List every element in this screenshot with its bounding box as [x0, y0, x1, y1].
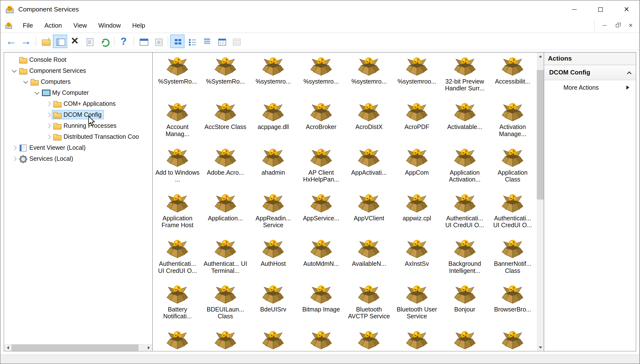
dcom-component-item[interactable]: Battery Notificati...	[154, 282, 201, 327]
minimize-button[interactable]	[561, 0, 588, 18]
horizontal-scrollbar-thumb[interactable]	[12, 344, 138, 351]
tree-item-computers[interactable]: Computers	[4, 76, 152, 87]
refresh-button[interactable]	[97, 35, 111, 48]
dcom-component-item[interactable]: AppActivati...	[345, 145, 393, 190]
dcom-component-item[interactable]: 32-bit Preview Handler Surr...	[441, 54, 489, 100]
dcom-component-item[interactable]: AcroDistX	[345, 100, 393, 145]
scroll-right-arrow-icon[interactable]	[146, 344, 152, 351]
export-list-button[interactable]	[82, 35, 96, 48]
dcom-component-item[interactable]: AxInstSv	[393, 236, 441, 282]
dcom-component-item[interactable]: Bluetooth User Service	[393, 282, 441, 327]
dcom-component-item[interactable]	[249, 327, 297, 351]
dcom-component-item[interactable]: BDEUILaun... Class	[201, 282, 249, 327]
dcom-component-item[interactable]: BdeUISrv	[249, 282, 297, 327]
dcom-component-item[interactable]: %SystemRo...	[201, 54, 249, 100]
dcom-component-item[interactable]: Accessibilit...	[489, 54, 537, 100]
dcom-component-item[interactable]: AppVClient	[345, 190, 393, 236]
menu-action[interactable]: Action	[38, 18, 68, 32]
dcom-component-item[interactable]	[441, 327, 489, 351]
dcom-component-item[interactable]: Activation Manage...	[489, 100, 537, 145]
expander-chevron-icon[interactable]	[22, 78, 29, 85]
dcom-component-item[interactable]: AppCom	[393, 145, 441, 190]
back-button[interactable]	[4, 35, 18, 48]
dcom-component-item[interactable]: Application Class	[489, 145, 537, 190]
dcom-component-item[interactable]: Authenticati... UI CredUI O...	[489, 190, 537, 236]
tree-item-com-plus-applications[interactable]: COM+ Applications	[4, 98, 152, 109]
dcom-component-item[interactable]: %systemro...	[249, 54, 297, 100]
dcom-component-item[interactable]: %SystemRo...	[154, 54, 201, 100]
expander-chevron-icon[interactable]	[45, 111, 52, 118]
expander-chevron-icon[interactable]	[10, 155, 17, 162]
dcom-component-item[interactable]: Bluetooth AVCTP Service	[345, 282, 393, 327]
dcom-component-item[interactable]: Add to Windows ...	[154, 145, 201, 190]
dcom-component-item[interactable]: Bonjour	[441, 282, 489, 327]
expander-chevron-icon[interactable]	[34, 89, 40, 96]
scroll-left-arrow-icon[interactable]	[4, 344, 11, 351]
dcom-component-item[interactable]: Account Manag...	[154, 100, 201, 145]
dcom-component-item[interactable]: AcroPDF	[393, 100, 441, 145]
tree-item-running-processes[interactable]: Running Processes	[4, 120, 152, 131]
dcom-component-item[interactable]: Authenticat... UI Terminal...	[201, 236, 249, 282]
dcom-component-item[interactable]: Background Intelligent...	[441, 236, 489, 282]
dcom-component-item[interactable]: Activatable...	[441, 100, 489, 145]
tree-item-distributed-transaction-coordinator[interactable]: Distributed Transaction Coo	[4, 131, 152, 142]
dcom-component-item[interactable]: AcroBroker	[297, 100, 345, 145]
collapse-chevron-icon[interactable]	[627, 71, 632, 76]
dcom-component-item[interactable]: acppage.dll	[249, 100, 297, 145]
dcom-component-item[interactable]: AvailableN...	[345, 236, 393, 282]
dcom-component-item[interactable]	[393, 327, 441, 351]
dcom-component-item[interactable]: Authenticati... UI CredUI O...	[154, 236, 201, 282]
expander-chevron-icon[interactable]	[45, 122, 52, 129]
dcom-component-item[interactable]: Application Frame Host	[154, 190, 201, 236]
close-button[interactable]: ×	[614, 0, 640, 18]
dcom-component-item[interactable]: AccStore Class	[201, 100, 249, 145]
more-actions-item[interactable]: More Actions	[544, 80, 636, 94]
dcom-component-item[interactable]	[297, 327, 345, 351]
tree-horizontal-scrollbar[interactable]	[4, 344, 152, 351]
details-view-button[interactable]	[214, 35, 228, 48]
icons-view-button[interactable]	[170, 35, 184, 48]
menu-view[interactable]: View	[68, 18, 92, 32]
menu-help[interactable]: Help	[126, 18, 151, 32]
mdi-restore-button[interactable]	[612, 21, 624, 30]
taskpad-button[interactable]	[151, 35, 165, 48]
dcom-component-item[interactable]: Bitmap Image	[297, 282, 345, 327]
forward-button[interactable]	[19, 35, 33, 48]
customize-view-button[interactable]	[229, 35, 243, 48]
dcom-component-item[interactable]: %systemro...	[345, 54, 393, 100]
dcom-component-item[interactable]: AP Client HxHelpPan...	[297, 145, 345, 190]
dcom-component-item[interactable]: Application...	[201, 190, 249, 236]
small-icons-view-button[interactable]	[185, 35, 199, 48]
show-console-tree-button[interactable]	[53, 35, 67, 48]
dcom-component-item[interactable]	[154, 327, 201, 351]
properties-button[interactable]	[136, 35, 150, 48]
tree-item-console-root[interactable]: Console Root	[4, 54, 152, 65]
dcom-component-item[interactable]: BrowserBro...	[489, 282, 537, 327]
delete-button[interactable]	[68, 35, 82, 48]
up-one-level-button[interactable]	[38, 35, 52, 48]
tree-item-event-viewer[interactable]: Event Viewer (Local)	[4, 142, 152, 153]
actions-section-dcom-config[interactable]: DCOM Config	[544, 65, 636, 80]
dcom-component-item[interactable]: Authenticati... UI CredUI O...	[441, 190, 489, 236]
dcom-component-item[interactable]: AuthHost	[249, 236, 297, 282]
dcom-component-item[interactable]: appwiz.cpl	[393, 190, 441, 236]
dcom-component-item[interactable]	[201, 327, 249, 351]
dcom-component-item[interactable]	[489, 327, 537, 351]
dcom-component-item[interactable]: AppService...	[297, 190, 345, 236]
dcom-component-item[interactable]: %systemroo...	[393, 54, 441, 100]
tree-item-dcom-config[interactable]: DCOM Config	[4, 109, 152, 120]
dcom-component-item[interactable]: %systemro...	[297, 54, 345, 100]
dcom-component-item[interactable]: AutoMdmN...	[297, 236, 345, 282]
maximize-button[interactable]	[588, 0, 614, 18]
dcom-component-item[interactable]: Application Activation...	[441, 145, 489, 190]
expander-chevron-icon[interactable]	[45, 100, 52, 107]
list-view-button[interactable]	[200, 35, 214, 48]
tree-item-services[interactable]: Services (Local)	[4, 153, 152, 164]
dcom-component-item[interactable]: AppReadin... Service	[249, 190, 297, 236]
help-button[interactable]	[116, 35, 131, 48]
expander-chevron-icon[interactable]	[10, 144, 17, 151]
menu-window[interactable]: Window	[92, 18, 126, 32]
tree-item-component-services[interactable]: Component Services	[4, 65, 152, 76]
expander-chevron-icon[interactable]	[45, 133, 52, 140]
scroll-up-arrow-icon[interactable]	[537, 52, 544, 59]
